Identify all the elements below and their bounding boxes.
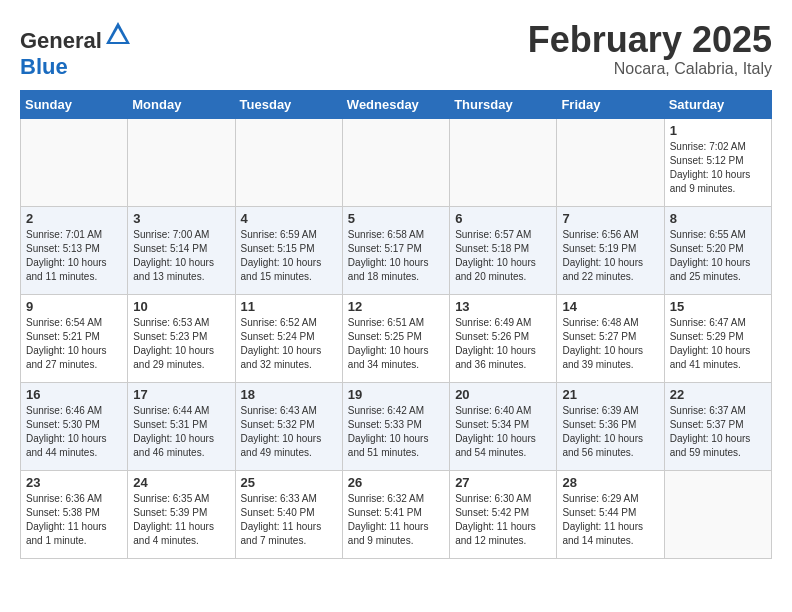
calendar-cell: 14Sunrise: 6:48 AM Sunset: 5:27 PM Dayli…: [557, 295, 664, 383]
day-number: 5: [348, 211, 444, 226]
calendar-cell: 23Sunrise: 6:36 AM Sunset: 5:38 PM Dayli…: [21, 471, 128, 559]
day-number: 20: [455, 387, 551, 402]
day-info: Sunrise: 6:54 AM Sunset: 5:21 PM Dayligh…: [26, 316, 122, 372]
calendar-week-row: 23Sunrise: 6:36 AM Sunset: 5:38 PM Dayli…: [21, 471, 772, 559]
day-info: Sunrise: 6:53 AM Sunset: 5:23 PM Dayligh…: [133, 316, 229, 372]
day-number: 10: [133, 299, 229, 314]
day-number: 23: [26, 475, 122, 490]
day-number: 26: [348, 475, 444, 490]
calendar-cell: 4Sunrise: 6:59 AM Sunset: 5:15 PM Daylig…: [235, 207, 342, 295]
calendar-cell: 1Sunrise: 7:02 AM Sunset: 5:12 PM Daylig…: [664, 119, 771, 207]
weekday-header-thursday: Thursday: [450, 91, 557, 119]
day-info: Sunrise: 6:42 AM Sunset: 5:33 PM Dayligh…: [348, 404, 444, 460]
day-info: Sunrise: 7:00 AM Sunset: 5:14 PM Dayligh…: [133, 228, 229, 284]
day-number: 3: [133, 211, 229, 226]
calendar-week-row: 2Sunrise: 7:01 AM Sunset: 5:13 PM Daylig…: [21, 207, 772, 295]
day-info: Sunrise: 7:01 AM Sunset: 5:13 PM Dayligh…: [26, 228, 122, 284]
calendar-cell: [557, 119, 664, 207]
calendar-week-row: 9Sunrise: 6:54 AM Sunset: 5:21 PM Daylig…: [21, 295, 772, 383]
calendar-cell: 5Sunrise: 6:58 AM Sunset: 5:17 PM Daylig…: [342, 207, 449, 295]
calendar-cell: 6Sunrise: 6:57 AM Sunset: 5:18 PM Daylig…: [450, 207, 557, 295]
day-number: 19: [348, 387, 444, 402]
day-info: Sunrise: 6:58 AM Sunset: 5:17 PM Dayligh…: [348, 228, 444, 284]
day-number: 14: [562, 299, 658, 314]
day-number: 11: [241, 299, 337, 314]
calendar-cell: [128, 119, 235, 207]
day-info: Sunrise: 6:57 AM Sunset: 5:18 PM Dayligh…: [455, 228, 551, 284]
day-info: Sunrise: 6:49 AM Sunset: 5:26 PM Dayligh…: [455, 316, 551, 372]
day-info: Sunrise: 6:40 AM Sunset: 5:34 PM Dayligh…: [455, 404, 551, 460]
day-number: 9: [26, 299, 122, 314]
day-info: Sunrise: 6:59 AM Sunset: 5:15 PM Dayligh…: [241, 228, 337, 284]
calendar-cell: 18Sunrise: 6:43 AM Sunset: 5:32 PM Dayli…: [235, 383, 342, 471]
day-info: Sunrise: 6:48 AM Sunset: 5:27 PM Dayligh…: [562, 316, 658, 372]
day-number: 13: [455, 299, 551, 314]
calendar-cell: 15Sunrise: 6:47 AM Sunset: 5:29 PM Dayli…: [664, 295, 771, 383]
logo-icon: [104, 20, 132, 48]
calendar-cell: 22Sunrise: 6:37 AM Sunset: 5:37 PM Dayli…: [664, 383, 771, 471]
day-info: Sunrise: 6:46 AM Sunset: 5:30 PM Dayligh…: [26, 404, 122, 460]
calendar-cell: 26Sunrise: 6:32 AM Sunset: 5:41 PM Dayli…: [342, 471, 449, 559]
calendar-cell: 13Sunrise: 6:49 AM Sunset: 5:26 PM Dayli…: [450, 295, 557, 383]
day-number: 28: [562, 475, 658, 490]
day-number: 21: [562, 387, 658, 402]
calendar-table: SundayMondayTuesdayWednesdayThursdayFrid…: [20, 90, 772, 559]
logo-text: General Blue: [20, 20, 132, 80]
day-info: Sunrise: 6:47 AM Sunset: 5:29 PM Dayligh…: [670, 316, 766, 372]
day-number: 7: [562, 211, 658, 226]
calendar-cell: 27Sunrise: 6:30 AM Sunset: 5:42 PM Dayli…: [450, 471, 557, 559]
logo-blue: Blue: [20, 54, 68, 79]
page-header: General Blue February 2025 Nocara, Calab…: [20, 20, 772, 80]
day-info: Sunrise: 6:52 AM Sunset: 5:24 PM Dayligh…: [241, 316, 337, 372]
weekday-header-monday: Monday: [128, 91, 235, 119]
calendar-cell: 12Sunrise: 6:51 AM Sunset: 5:25 PM Dayli…: [342, 295, 449, 383]
day-number: 4: [241, 211, 337, 226]
day-number: 15: [670, 299, 766, 314]
day-number: 22: [670, 387, 766, 402]
calendar-cell: 7Sunrise: 6:56 AM Sunset: 5:19 PM Daylig…: [557, 207, 664, 295]
day-number: 17: [133, 387, 229, 402]
weekday-header-friday: Friday: [557, 91, 664, 119]
month-title: February 2025: [528, 20, 772, 60]
calendar-cell: 2Sunrise: 7:01 AM Sunset: 5:13 PM Daylig…: [21, 207, 128, 295]
weekday-header-sunday: Sunday: [21, 91, 128, 119]
day-info: Sunrise: 6:35 AM Sunset: 5:39 PM Dayligh…: [133, 492, 229, 548]
calendar-week-row: 1Sunrise: 7:02 AM Sunset: 5:12 PM Daylig…: [21, 119, 772, 207]
day-info: Sunrise: 6:32 AM Sunset: 5:41 PM Dayligh…: [348, 492, 444, 548]
day-info: Sunrise: 6:33 AM Sunset: 5:40 PM Dayligh…: [241, 492, 337, 548]
logo-general: General: [20, 28, 102, 53]
calendar-week-row: 16Sunrise: 6:46 AM Sunset: 5:30 PM Dayli…: [21, 383, 772, 471]
day-number: 1: [670, 123, 766, 138]
title-block: February 2025 Nocara, Calabria, Italy: [528, 20, 772, 78]
day-info: Sunrise: 6:56 AM Sunset: 5:19 PM Dayligh…: [562, 228, 658, 284]
day-info: Sunrise: 6:55 AM Sunset: 5:20 PM Dayligh…: [670, 228, 766, 284]
day-number: 27: [455, 475, 551, 490]
calendar-cell: [235, 119, 342, 207]
calendar-cell: [664, 471, 771, 559]
day-number: 8: [670, 211, 766, 226]
day-info: Sunrise: 6:36 AM Sunset: 5:38 PM Dayligh…: [26, 492, 122, 548]
weekday-header-saturday: Saturday: [664, 91, 771, 119]
day-number: 24: [133, 475, 229, 490]
day-number: 6: [455, 211, 551, 226]
weekday-header-row: SundayMondayTuesdayWednesdayThursdayFrid…: [21, 91, 772, 119]
calendar-cell: 21Sunrise: 6:39 AM Sunset: 5:36 PM Dayli…: [557, 383, 664, 471]
day-number: 16: [26, 387, 122, 402]
calendar-cell: 17Sunrise: 6:44 AM Sunset: 5:31 PM Dayli…: [128, 383, 235, 471]
location-title: Nocara, Calabria, Italy: [528, 60, 772, 78]
day-number: 12: [348, 299, 444, 314]
calendar-cell: 8Sunrise: 6:55 AM Sunset: 5:20 PM Daylig…: [664, 207, 771, 295]
day-info: Sunrise: 6:29 AM Sunset: 5:44 PM Dayligh…: [562, 492, 658, 548]
calendar-cell: 16Sunrise: 6:46 AM Sunset: 5:30 PM Dayli…: [21, 383, 128, 471]
calendar-cell: 3Sunrise: 7:00 AM Sunset: 5:14 PM Daylig…: [128, 207, 235, 295]
weekday-header-wednesday: Wednesday: [342, 91, 449, 119]
calendar-cell: [21, 119, 128, 207]
calendar-cell: 24Sunrise: 6:35 AM Sunset: 5:39 PM Dayli…: [128, 471, 235, 559]
calendar-cell: 9Sunrise: 6:54 AM Sunset: 5:21 PM Daylig…: [21, 295, 128, 383]
day-number: 2: [26, 211, 122, 226]
day-number: 18: [241, 387, 337, 402]
calendar-cell: 20Sunrise: 6:40 AM Sunset: 5:34 PM Dayli…: [450, 383, 557, 471]
calendar-cell: [342, 119, 449, 207]
calendar-cell: 11Sunrise: 6:52 AM Sunset: 5:24 PM Dayli…: [235, 295, 342, 383]
day-info: Sunrise: 6:30 AM Sunset: 5:42 PM Dayligh…: [455, 492, 551, 548]
